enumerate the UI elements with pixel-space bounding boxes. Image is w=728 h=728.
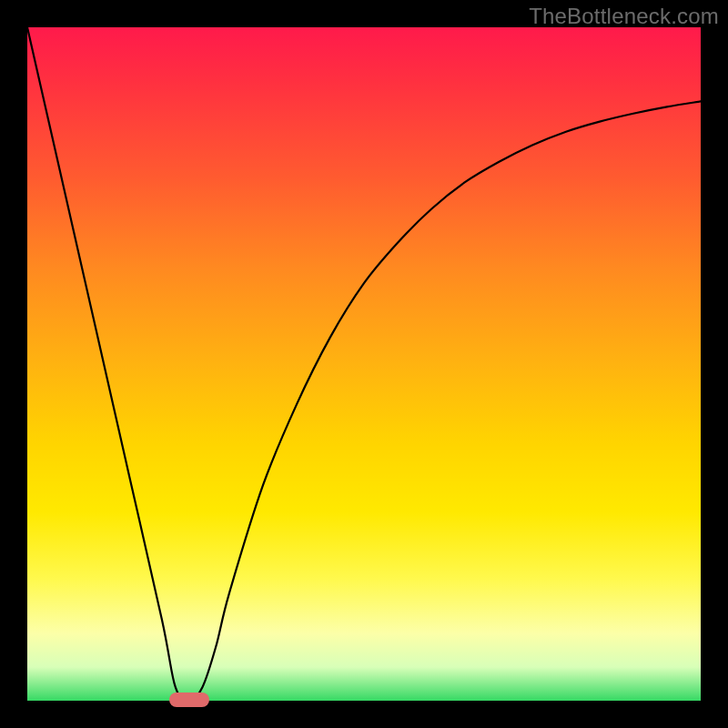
watermark-text: TheBottleneck.com — [529, 4, 719, 29]
chart-frame: TheBottleneck.com — [0, 0, 728, 728]
plot-area — [27, 27, 701, 701]
minimum-marker — [169, 693, 209, 707]
